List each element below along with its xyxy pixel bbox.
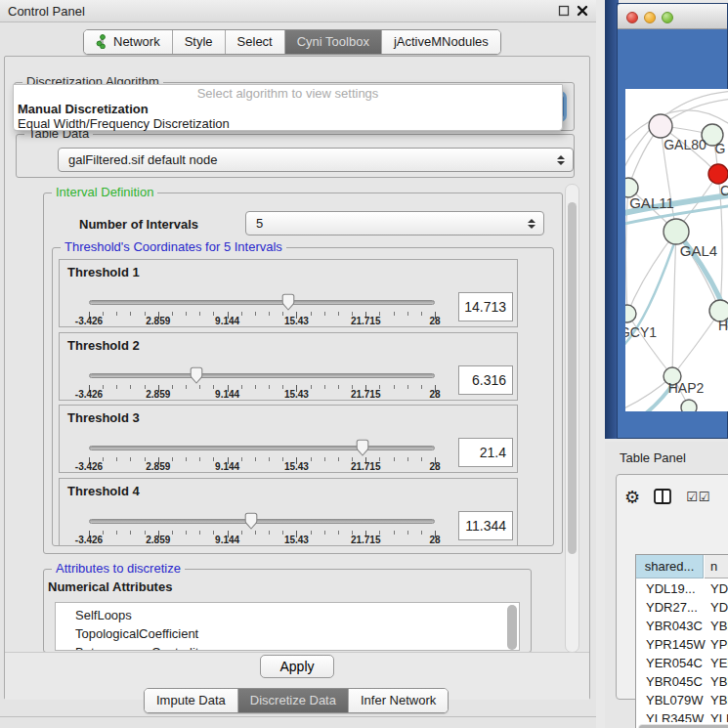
minor-tick [379,531,380,535]
apply-button[interactable]: Apply [260,655,334,678]
tab-cyni-toolbox[interactable]: Cyni Toolbox [285,30,382,54]
column-header-shared-name[interactable]: shared... [636,555,704,578]
tick-label: 9.144 [215,461,239,472]
minor-tick [394,457,395,461]
threshold-label: Threshold 1 [67,265,140,279]
attribute-list-item[interactable]: TopologicalCoefficient [75,624,198,643]
threshold-value-field[interactable]: 11.344 [458,511,513,540]
tick-label: 21.715 [351,461,381,472]
checked-checkbox-icons[interactable]: ☑☑ [686,490,710,504]
minor-tick [421,531,422,535]
gear-icon[interactable]: ⚙ [624,487,640,507]
combo-arrows-icon [528,219,535,229]
table-data-group: Table Data galFiltered.sif default node [16,134,575,178]
table-panel-window: Table Panel ⚙ ☑☑ shared... n YDL19...YDL… [605,442,728,728]
popup-placeholder-item[interactable]: Select algorithm to view settings [14,86,562,101]
panel-vertical-scrollbar[interactable] [565,184,579,653]
minor-tick [338,531,339,535]
tick-label: 21.715 [351,535,381,545]
tab-discretize-data[interactable]: Discretize Data [238,689,349,712]
minor-tick [130,531,131,535]
column-header-name[interactable]: n [705,555,728,578]
network-canvas[interactable]: GAL80GCGAL11GAL4GCY1HHAP2 [625,89,728,411]
svg-text:H: H [718,318,728,333]
table-row[interactable]: YDR27...YDR2 [636,598,728,617]
attribute-list-item[interactable]: BetweennessCentrality [75,643,205,651]
minor-tick [324,457,325,461]
tab-jactivemnodules[interactable]: jActiveMNodules [382,30,500,54]
svg-text:GCY1: GCY1 [625,324,657,340]
slider-track[interactable] [89,446,435,450]
minor-tick [103,457,104,461]
minor-tick [338,312,339,316]
tab-label: Cyni Toolbox [297,34,369,49]
control-panel-titlebar[interactable]: Control Panel [0,0,596,22]
popup-item-equal-width-frequency[interactable]: Equal Width/Frequency Discretization [14,116,562,131]
tick-label: -3.426 [75,461,103,472]
table-rows[interactable]: YDL19...YDL1YDR27...YDR2YBR043CYBR0YPR14… [636,579,728,722]
cell-shared-name: YLR345W [646,709,704,722]
close-icon[interactable] [577,5,588,17]
minimize-light[interactable] [644,12,656,23]
thresholds-group-label: Threshold's Coordinates for 5 Intervals [61,239,286,254]
tick-label: -3.426 [75,535,103,545]
tick-label: 21.715 [351,316,381,326]
cell-shared-name: YBR043C [646,617,703,635]
slider-track[interactable] [89,300,435,305]
zoom-light[interactable] [662,12,673,23]
tick-label: 15.43 [284,389,309,400]
close-light[interactable] [626,12,638,23]
table-row[interactable]: YDL19...YDL1 [636,579,728,598]
threshold-value-field[interactable]: 6.316 [458,365,513,395]
float-icon[interactable] [558,5,570,17]
slider-thumb[interactable] [189,365,204,384]
tick-label: 2.859 [146,461,170,472]
tab-impute-data[interactable]: Impute Data [145,689,238,712]
slider-track[interactable] [89,519,435,524]
cell-name: YBR0 [710,617,728,635]
popup-item-manual-discretization[interactable]: Manual Discretization [14,102,562,116]
list-scrollbar[interactable] [507,605,517,650]
table-row[interactable]: YBR043CYBR0 [636,617,728,635]
scrollbar-thumb[interactable] [568,202,577,554]
threshold-value-field[interactable]: 14.713 [458,292,513,321]
minor-tick [311,385,312,389]
network-window-titlebar[interactable] [618,4,727,29]
minor-tick [130,457,131,461]
attribute-list-item[interactable]: SelfLoops [75,606,132,624]
table-row[interactable]: YLR345WYLR3 [636,709,728,722]
threshold-value-field[interactable]: 21.4 [458,438,513,467]
minor-tick [394,312,395,316]
tab-select[interactable]: Select [226,30,285,54]
slider-track[interactable] [89,373,435,378]
minor-tick [199,531,200,535]
tab-infer-network[interactable]: Infer Network [349,689,448,712]
slider-thumb[interactable] [280,292,296,311]
table-data-combo[interactable]: galFiltered.sif default node [58,148,574,172]
table-horizontal-scrollbar[interactable] [638,724,728,728]
tick-label: -3.426 [75,316,103,326]
svg-text:GAL11: GAL11 [629,194,674,211]
control-panel-window: Control Panel NetworkStyleSelectCyni Too… [0,0,596,728]
table-row[interactable]: YPR145WYPR1 [636,635,728,654]
table-row[interactable]: YBR045CYBR0 [636,672,728,691]
minor-tick [199,385,200,389]
minor-tick [116,385,117,389]
cell-shared-name: YPR145W [646,635,706,654]
minor-tick [186,385,187,389]
minor-tick [172,312,173,316]
tab-network[interactable]: Network [84,30,173,54]
minor-tick [421,312,422,316]
svg-text:C: C [720,183,728,198]
split-column-icon[interactable] [654,489,672,505]
table-row[interactable]: YER054CYER0 [636,654,728,672]
numerical-attributes-list[interactable]: SelfLoopsTopologicalCoefficientBetweenne… [55,602,520,651]
slider-thumb[interactable] [355,438,370,456]
number-of-intervals-combo[interactable]: 5 [245,211,544,236]
tab-style[interactable]: Style [173,30,226,54]
cell-shared-name: YBL079W [646,691,704,709]
attributes-group-label: Attributes to discretize [52,561,185,576]
slider-thumb[interactable] [243,511,259,530]
table-row[interactable]: YBL079WYBL0 [636,691,728,709]
minor-tick [241,312,242,316]
